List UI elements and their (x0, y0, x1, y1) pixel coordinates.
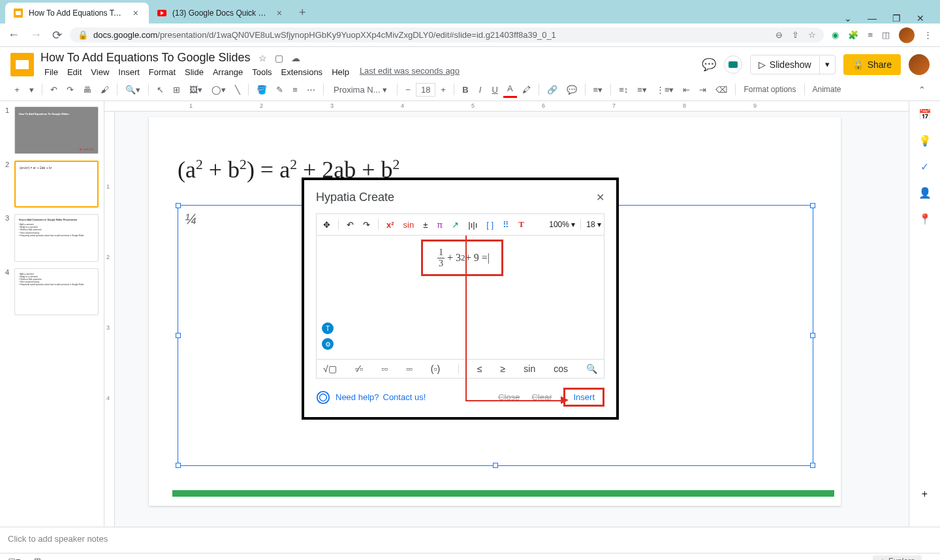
window-dropdown-icon[interactable]: ⌄ (844, 13, 852, 23)
contact-link[interactable]: Contact us! (383, 392, 426, 402)
move-tool-icon[interactable]: ✥ (319, 217, 334, 232)
side-panel-toggle-icon[interactable]: › (930, 556, 932, 560)
text-color-button[interactable]: A (503, 81, 517, 98)
window-close-icon[interactable]: ✕ (916, 13, 924, 23)
undo-button[interactable]: ↶ (46, 82, 61, 97)
menu-format[interactable]: Format (145, 66, 180, 78)
grid-view-icon[interactable]: ⊞ (34, 556, 41, 560)
slideshow-dropdown[interactable]: ▾ (819, 55, 835, 74)
add-icon[interactable]: + (918, 488, 932, 501)
star-icon[interactable]: ☆ (258, 53, 267, 63)
bulleted-list-button[interactable]: ⋮≡▾ (652, 82, 678, 97)
brackets-icon[interactable]: [ ] (482, 217, 497, 232)
menu-slide[interactable]: Slide (181, 66, 208, 78)
menu-tools[interactable]: Tools (248, 66, 275, 78)
fraction-icon[interactable]: ▫⁄▫ (355, 364, 363, 374)
clear-format-button[interactable]: ⌫ (712, 82, 731, 97)
last-edit-link[interactable]: Last edit was seconds ago (360, 66, 460, 78)
comment-button[interactable]: 💬 (563, 82, 581, 97)
tab-2[interactable]: (13) Google Docs Quick Start Gui × (149, 3, 292, 23)
equation-canvas[interactable]: 13 + 32 + 9 =| T ⚙ (316, 236, 604, 360)
share-page-icon[interactable]: ⇧ (792, 30, 799, 40)
tab-close-icon[interactable]: × (274, 8, 285, 18)
numbered-list-button[interactable]: ≡▾ (633, 82, 651, 97)
decrease-indent-button[interactable]: ⇤ (679, 82, 694, 97)
menu-edit[interactable]: Edit (63, 66, 86, 78)
modal-undo-icon[interactable]: ↶ (343, 217, 358, 232)
doc-title[interactable]: How To Add Equations To Google Slides (40, 51, 251, 65)
explore-button[interactable]: ✦ Explore (873, 555, 922, 561)
pi-icon[interactable]: π (433, 217, 446, 232)
fill-color-button[interactable]: 🪣 (253, 82, 271, 97)
forward-button[interactable]: → (30, 28, 42, 42)
back-button[interactable]: ← (8, 28, 20, 42)
thumbnail-1[interactable]: How To Add Equations To Google Slides 📕 … (14, 106, 99, 154)
equation-input[interactable]: 13 + 32 + 9 =| (421, 240, 503, 276)
need-help-link[interactable]: Need help? (336, 392, 379, 402)
cloud-icon[interactable]: ☁ (291, 53, 300, 63)
tab-1[interactable]: How To Add Equations To Google × (5, 3, 149, 23)
zoom-select[interactable]: 100% ▾ (549, 220, 575, 229)
calendar-icon[interactable]: 📅 (918, 108, 932, 121)
font-size-increase[interactable]: + (437, 82, 450, 97)
thumbnail-2[interactable]: (a²+b²) = a² + 2ab + b² (14, 161, 99, 208)
thumbnail-4[interactable]: • Add a comment• Reply to a comment• Del… (14, 268, 99, 316)
text-icon[interactable]: T (514, 217, 528, 232)
modal-close-icon[interactable]: ✕ (596, 191, 604, 204)
cos-btn[interactable]: cos (554, 364, 568, 374)
underline-button[interactable]: U (488, 82, 502, 97)
matrix-icon[interactable]: ⠿ (499, 217, 513, 232)
menu-extensions[interactable]: Extensions (277, 66, 327, 78)
text-indicator-icon[interactable]: T (322, 322, 334, 334)
share-button[interactable]: 🔒 Share (843, 54, 901, 75)
modal-font-size-select[interactable]: 18 ▾ (586, 220, 601, 229)
profile-avatar[interactable] (899, 27, 915, 43)
font-family-select[interactable]: Proxima N... ▾ (328, 83, 393, 97)
align-button[interactable]: ≡▾ (589, 82, 607, 97)
link-button[interactable]: 🔗 (543, 82, 561, 97)
sin-icon[interactable]: sin (400, 217, 418, 232)
font-size-decrease[interactable]: − (401, 82, 415, 97)
reading-list-icon[interactable]: ≡ (868, 30, 873, 40)
menu-insert[interactable]: Insert (114, 66, 144, 78)
highlight-button[interactable]: 🖍 (518, 82, 535, 97)
border-dash-button[interactable]: ⋯ (303, 82, 319, 97)
side-panel-icon[interactable]: ◫ (882, 30, 890, 40)
menu-arrange[interactable]: Arrange (209, 66, 247, 78)
italic-button[interactable]: I (474, 82, 487, 97)
settings-indicator-icon[interactable]: ⚙ (322, 338, 334, 350)
menu-icon[interactable]: ⋮ (924, 30, 932, 40)
filmstrip-view-icon[interactable]: ▢≡ (8, 556, 21, 560)
menu-file[interactable]: File (40, 66, 62, 78)
border-color-button[interactable]: ✎ (272, 82, 287, 97)
bookmark-icon[interactable]: ☆ (808, 30, 816, 40)
search-icon[interactable]: 🔍 (586, 364, 597, 374)
collapse-filmstrip-icon[interactable]: ‹ (54, 556, 57, 560)
arrow-icon[interactable]: ↗ (448, 217, 463, 232)
print-button[interactable]: 🖶 (79, 82, 95, 97)
new-tab-button[interactable]: + (292, 2, 313, 23)
animate-button[interactable]: Animate (809, 82, 845, 97)
image-tool[interactable]: 🖼▾ (185, 82, 206, 97)
increase-indent-button[interactable]: ⇥ (695, 82, 710, 97)
zoom-text-icon[interactable]: ⊖ (776, 30, 783, 40)
zoom-button[interactable]: 🔍▾ (121, 82, 144, 97)
comment-history-icon[interactable]: 💬 (702, 57, 716, 72)
subscript-btn-icon[interactable]: ▫▫ (381, 364, 388, 374)
textbox-tool[interactable]: ⊞ (169, 82, 184, 97)
line-spacing-button[interactable]: ≡↕ (615, 82, 632, 97)
thumbnail-3[interactable]: How to Add Comments in Google Slides Pre… (14, 214, 99, 262)
tab-close-icon[interactable]: × (131, 8, 141, 18)
redo-button[interactable]: ↷ (63, 82, 78, 97)
collapse-toolbar-button[interactable]: ⌃ (915, 82, 930, 97)
format-options-button[interactable]: Format options (740, 82, 800, 97)
extension-icon[interactable]: ◉ (832, 30, 839, 40)
stats-icon[interactable]: |ı|ı (464, 217, 481, 232)
select-tool[interactable]: ↖ (153, 82, 168, 97)
meet-icon[interactable] (724, 55, 742, 74)
le-icon[interactable]: ≤ (477, 364, 482, 374)
sqrt-icon[interactable]: √▢ (323, 364, 337, 374)
plus-minus-icon[interactable]: ± (419, 217, 431, 232)
insert-button[interactable]: Insert (563, 388, 604, 407)
extensions-puzzle-icon[interactable]: 🧩 (848, 30, 858, 40)
